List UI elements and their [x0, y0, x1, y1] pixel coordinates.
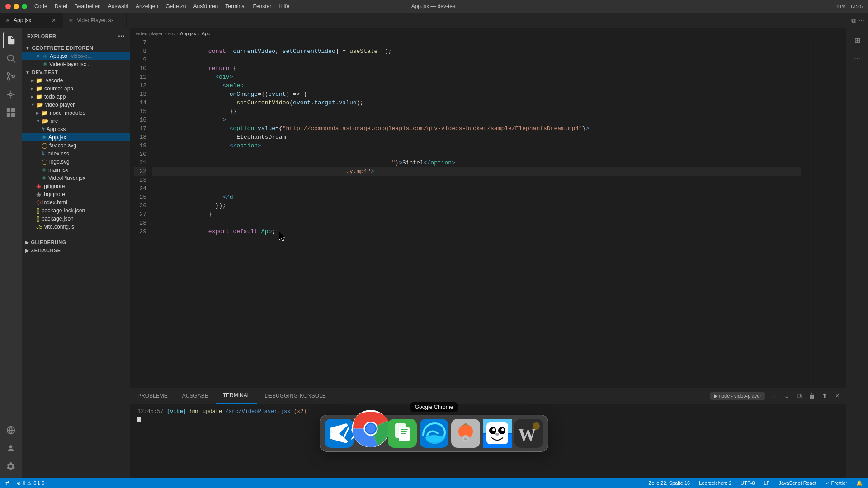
- open-editors-section[interactable]: ▼ GEÖFFNETE EDITOREN: [22, 44, 130, 52]
- tree-app-css[interactable]: # App.css: [22, 125, 130, 133]
- tree-logo-svg[interactable]: ◯ logo.svg: [22, 158, 130, 166]
- menu-ausfuehren[interactable]: Ausführen: [193, 3, 218, 9]
- tab-close-button[interactable]: ×: [50, 17, 57, 24]
- tab-probleme[interactable]: PROBLEME: [130, 388, 175, 404]
- terminal-chevron-down-icon[interactable]: ⌄: [781, 390, 792, 401]
- code-content[interactable]: const [currentVideo, setCurrentVideo] = …: [152, 38, 810, 388]
- dock-icon-vscode[interactable]: ≺/≻: [325, 419, 354, 448]
- tree-node-modules[interactable]: ▶ 📁 node_modules: [22, 109, 130, 117]
- activity-icon-search[interactable]: [3, 50, 19, 66]
- dock-icon-chrome[interactable]: [352, 410, 389, 447]
- status-bell[interactable]: 🔔: [854, 480, 864, 486]
- tree-videoplayer-jsx[interactable]: ⚛ VideoPlayer.jsx: [22, 174, 130, 182]
- status-formatter[interactable]: ✓ Prettier: [824, 480, 849, 486]
- tree-gitignore[interactable]: ◉ .gitignore: [22, 182, 130, 190]
- tree-video-player[interactable]: ▼ 📂 video-player: [22, 101, 130, 109]
- status-encoding[interactable]: UTF-8: [739, 480, 756, 486]
- tab-app-jsx[interactable]: ⚛ App.jsx ×: [0, 13, 63, 28]
- menu-bearbeiten[interactable]: Bearbeiten: [75, 3, 101, 9]
- tree-item-label-7: App.css: [47, 126, 66, 132]
- activity-icon-extensions[interactable]: [3, 104, 19, 121]
- close-dot[interactable]: [5, 4, 11, 9]
- dock-icon-whisky[interactable]: W: [514, 419, 543, 448]
- minimize-dot[interactable]: [14, 4, 19, 9]
- breadcrumb-app[interactable]: App: [202, 31, 211, 36]
- menu-datei[interactable]: Datei: [55, 3, 67, 9]
- menu-anzeigen[interactable]: Anzeigen: [136, 3, 158, 9]
- activity-icon-git[interactable]: [3, 68, 19, 84]
- terminal-split-icon[interactable]: ⧉: [794, 390, 805, 401]
- dock-icon-edge[interactable]: [420, 419, 448, 448]
- tree-app-jsx[interactable]: ⚛ App.jsx: [22, 133, 130, 141]
- tree-main-jsx[interactable]: ⚛ main.jsx: [22, 166, 130, 174]
- sidebar-tree: ▼ GEÖFFNETE EDITOREN ✕ ⚛ App.jsx video-p…: [22, 44, 130, 478]
- terminal-maximize-icon[interactable]: ⬆: [819, 390, 830, 401]
- tree-package-json[interactable]: {} package.json: [22, 215, 130, 223]
- breadcrumb-video-player[interactable]: video-player: [136, 31, 163, 36]
- tree-index-html[interactable]: ⬡ index.html: [22, 198, 130, 206]
- menu-hilfe[interactable]: Hilfe: [278, 3, 289, 9]
- fullscreen-dot[interactable]: [22, 4, 27, 9]
- menu-gehe-zu[interactable]: Gehe zu: [165, 3, 186, 9]
- terminal-vite-label: [vite]: [167, 408, 186, 415]
- file-icon: ◉: [36, 191, 41, 197]
- menu-code[interactable]: Code: [34, 3, 47, 9]
- dock-icon-copyem[interactable]: [388, 419, 417, 448]
- terminal-add-button[interactable]: +: [769, 390, 779, 401]
- dock-icon-finder[interactable]: [483, 419, 512, 448]
- breadcrumb-app-jsx[interactable]: App.jsx: [180, 31, 196, 36]
- breadcrumb-src[interactable]: src: [168, 31, 175, 36]
- tree-counter-app[interactable]: ▶ 📁 counter-app: [22, 84, 130, 93]
- activity-icon-account[interactable]: [3, 440, 19, 456]
- tab-ausgabe[interactable]: AUSGABE: [175, 388, 216, 404]
- status-line-col[interactable]: Zeile 22, Spalte 16: [646, 480, 692, 486]
- tree-vite-config[interactable]: JS vite.config.js: [22, 223, 130, 231]
- dock-icon-linea[interactable]: [451, 419, 480, 448]
- tree-index-css[interactable]: # index.css: [22, 150, 130, 158]
- status-bar: ⇄ ⊗ 0 ⚠ 0 ℹ 0 Zeile 22, Spalte 16 Leerze…: [0, 478, 868, 488]
- tab-debugging-konsole[interactable]: DEBUGGING-KONSOLE: [257, 388, 333, 404]
- right-panel-icon-more[interactable]: ···: [849, 50, 865, 66]
- status-remote[interactable]: ⇄: [4, 480, 11, 486]
- gliederung-section[interactable]: ▶ GLIEDERUNG: [22, 238, 130, 246]
- open-file-app-jsx[interactable]: ✕ ⚛ App.jsx video-p...: [22, 52, 130, 60]
- more-actions-icon[interactable]: ···: [859, 16, 864, 24]
- zeitachse-section[interactable]: ▶ ZEITACHSE: [22, 246, 130, 254]
- tree-package-lock[interactable]: {} package-lock.json: [22, 206, 130, 215]
- svg-point-42: [495, 433, 499, 436]
- dev-test-section[interactable]: ▼ DEV-TEST: [22, 68, 130, 76]
- close-icon[interactable]: ✕: [36, 53, 40, 59]
- activity-icon-debug[interactable]: [3, 86, 19, 103]
- status-line-ending[interactable]: LF: [762, 480, 772, 486]
- breadcrumb-sep-1: ›: [165, 31, 166, 36]
- open-file-label: App.jsx: [50, 53, 67, 59]
- language-label: JavaScript React: [778, 480, 816, 486]
- menu-fenster[interactable]: Fenster: [253, 3, 272, 9]
- activity-icon-files[interactable]: [3, 32, 19, 48]
- code-editor[interactable]: 7 8 9 10 11 12 13 14 15 16 17 18 19 20: [130, 38, 846, 388]
- gliederung-label: GLIEDERUNG: [31, 239, 66, 245]
- explorer-more-icon[interactable]: ···: [118, 32, 125, 40]
- editor-actions: ⧉ ···: [848, 13, 868, 28]
- tree-hgignore[interactable]: ◉ .hgignore: [22, 190, 130, 198]
- tree-item-label-10: index.css: [47, 150, 69, 157]
- tree-src[interactable]: ▼ 📂 src: [22, 117, 130, 125]
- open-file-videoplayer[interactable]: ⚛ VideoPlayer.jsx...: [22, 60, 130, 68]
- terminal-close-button[interactable]: ×: [832, 390, 843, 401]
- tab-videoplayer-jsx[interactable]: ⚛ VideoPlayer.jsx: [63, 13, 127, 28]
- status-spaces[interactable]: Leerzeichen: 2: [697, 480, 733, 486]
- menu-terminal[interactable]: Terminal: [225, 3, 245, 9]
- tree-todo-app[interactable]: ▶ 📁 todo-app: [22, 93, 130, 101]
- activity-icon-remote[interactable]: [3, 422, 19, 438]
- tab-terminal[interactable]: TERMINAL: [216, 388, 258, 404]
- activity-icon-settings[interactable]: [3, 458, 19, 474]
- status-language[interactable]: JavaScript React: [777, 480, 818, 486]
- status-errors[interactable]: ⊗ 0 ⚠ 0 ℹ 0: [15, 480, 46, 486]
- menu-auswahl[interactable]: Auswahl: [108, 3, 128, 9]
- terminal-trash-icon[interactable]: 🗑: [807, 390, 817, 401]
- checkmark-icon: ✓: [826, 480, 830, 486]
- tree-vscode[interactable]: ▶ 📁 .vscode: [22, 76, 130, 84]
- split-editor-icon[interactable]: ⧉: [851, 17, 856, 24]
- right-panel-icon-layout[interactable]: ⊞: [849, 32, 865, 48]
- tree-favicon-svg[interactable]: ◯ favicon.svg: [22, 141, 130, 150]
